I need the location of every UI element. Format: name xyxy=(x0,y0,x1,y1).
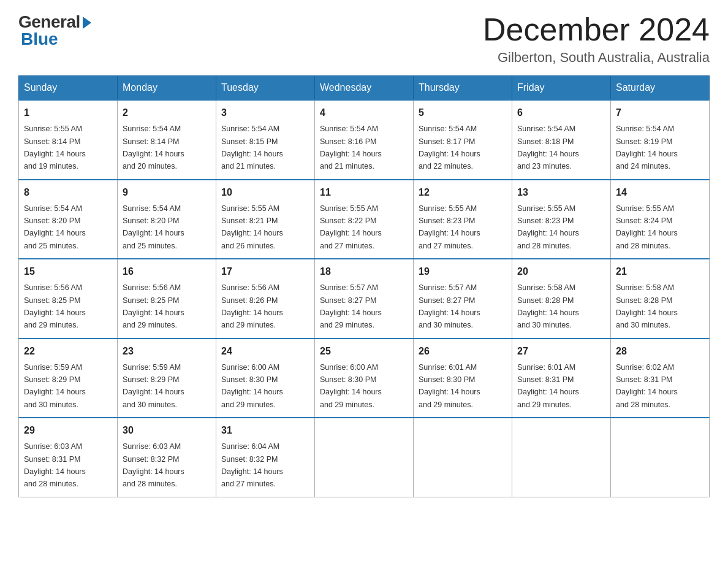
day-number: 13 xyxy=(517,185,605,200)
day-info: Sunrise: 6:01 AMSunset: 8:30 PMDaylight:… xyxy=(419,363,480,409)
calendar-cell: 17 Sunrise: 5:56 AMSunset: 8:26 PMDaylig… xyxy=(216,259,315,339)
day-number: 18 xyxy=(320,264,408,279)
day-number: 8 xyxy=(24,185,112,200)
day-header-tuesday: Tuesday xyxy=(216,76,315,101)
day-number: 20 xyxy=(517,264,605,279)
calendar-cell: 28 Sunrise: 6:02 AMSunset: 8:31 PMDaylig… xyxy=(611,339,710,418)
day-info: Sunrise: 5:54 AMSunset: 8:19 PMDaylight:… xyxy=(616,124,678,170)
day-info: Sunrise: 5:54 AMSunset: 8:14 PMDaylight:… xyxy=(123,124,184,170)
day-info: Sunrise: 5:57 AMSunset: 8:27 PMDaylight:… xyxy=(419,283,480,329)
calendar-cell: 9 Sunrise: 5:54 AMSunset: 8:20 PMDayligh… xyxy=(118,180,216,259)
logo-blue-text: Blue xyxy=(21,29,58,49)
day-info: Sunrise: 5:55 AMSunset: 8:22 PMDaylight:… xyxy=(320,204,382,250)
calendar-cell: 20 Sunrise: 5:58 AMSunset: 8:28 PMDaylig… xyxy=(512,259,611,339)
calendar-cell: 29 Sunrise: 6:03 AMSunset: 8:31 PMDaylig… xyxy=(19,418,118,497)
calendar-week-row: 1 Sunrise: 5:55 AMSunset: 8:14 PMDayligh… xyxy=(19,100,710,180)
calendar-week-row: 15 Sunrise: 5:56 AMSunset: 8:25 PMDaylig… xyxy=(19,259,710,339)
day-info: Sunrise: 5:58 AMSunset: 8:28 PMDaylight:… xyxy=(517,283,579,329)
calendar-cell: 30 Sunrise: 6:03 AMSunset: 8:32 PMDaylig… xyxy=(118,418,216,497)
day-info: Sunrise: 5:56 AMSunset: 8:25 PMDaylight:… xyxy=(123,283,184,329)
day-info: Sunrise: 5:55 AMSunset: 8:21 PMDaylight:… xyxy=(221,204,283,250)
day-number: 9 xyxy=(123,185,211,200)
day-header-friday: Friday xyxy=(512,76,611,101)
day-info: Sunrise: 5:56 AMSunset: 8:26 PMDaylight:… xyxy=(221,283,283,329)
day-info: Sunrise: 5:55 AMSunset: 8:23 PMDaylight:… xyxy=(517,204,579,250)
day-number: 28 xyxy=(616,344,704,359)
day-number: 24 xyxy=(221,344,309,359)
calendar-cell: 21 Sunrise: 5:58 AMSunset: 8:28 PMDaylig… xyxy=(611,259,710,339)
day-number: 4 xyxy=(320,105,408,120)
calendar-cell: 4 Sunrise: 5:54 AMSunset: 8:16 PMDayligh… xyxy=(315,100,414,180)
day-info: Sunrise: 6:00 AMSunset: 8:30 PMDaylight:… xyxy=(320,363,382,409)
calendar-cell: 10 Sunrise: 5:55 AMSunset: 8:21 PMDaylig… xyxy=(216,180,315,259)
day-header-thursday: Thursday xyxy=(414,76,512,101)
calendar-cell: 5 Sunrise: 5:54 AMSunset: 8:17 PMDayligh… xyxy=(414,100,512,180)
calendar-week-row: 22 Sunrise: 5:59 AMSunset: 8:29 PMDaylig… xyxy=(19,339,710,418)
day-number: 26 xyxy=(419,344,507,359)
calendar-cell: 8 Sunrise: 5:54 AMSunset: 8:20 PMDayligh… xyxy=(19,180,118,259)
day-number: 27 xyxy=(517,344,605,359)
day-number: 14 xyxy=(616,185,704,200)
day-info: Sunrise: 5:54 AMSunset: 8:20 PMDaylight:… xyxy=(123,204,184,250)
month-title: December 2024 xyxy=(483,12,710,47)
calendar-cell: 26 Sunrise: 6:01 AMSunset: 8:30 PMDaylig… xyxy=(414,339,512,418)
day-header-monday: Monday xyxy=(118,76,216,101)
day-header-wednesday: Wednesday xyxy=(315,76,414,101)
day-number: 31 xyxy=(221,423,309,438)
day-number: 2 xyxy=(123,105,211,120)
day-info: Sunrise: 6:03 AMSunset: 8:32 PMDaylight:… xyxy=(123,442,184,488)
calendar-cell xyxy=(414,418,512,497)
calendar-cell: 23 Sunrise: 5:59 AMSunset: 8:29 PMDaylig… xyxy=(118,339,216,418)
calendar-cell: 15 Sunrise: 5:56 AMSunset: 8:25 PMDaylig… xyxy=(19,259,118,339)
day-number: 1 xyxy=(24,105,112,120)
day-info: Sunrise: 6:03 AMSunset: 8:31 PMDaylight:… xyxy=(24,442,86,488)
day-number: 11 xyxy=(320,185,408,200)
day-number: 10 xyxy=(221,185,309,200)
logo-triangle-icon xyxy=(83,17,91,29)
day-number: 7 xyxy=(616,105,704,120)
calendar-cell: 7 Sunrise: 5:54 AMSunset: 8:19 PMDayligh… xyxy=(611,100,710,180)
calendar-cell: 1 Sunrise: 5:55 AMSunset: 8:14 PMDayligh… xyxy=(19,100,118,180)
day-info: Sunrise: 5:54 AMSunset: 8:20 PMDaylight:… xyxy=(24,204,86,250)
day-info: Sunrise: 5:54 AMSunset: 8:18 PMDaylight:… xyxy=(517,124,579,170)
day-number: 15 xyxy=(24,264,112,279)
day-info: Sunrise: 5:59 AMSunset: 8:29 PMDaylight:… xyxy=(24,363,86,409)
page-header: General Blue December 2024 Gilberton, So… xyxy=(18,12,710,66)
day-info: Sunrise: 5:56 AMSunset: 8:25 PMDaylight:… xyxy=(24,283,86,329)
day-number: 12 xyxy=(419,185,507,200)
day-number: 25 xyxy=(320,344,408,359)
calendar-cell xyxy=(315,418,414,497)
calendar-cell xyxy=(512,418,611,497)
logo: General Blue xyxy=(18,12,91,49)
day-info: Sunrise: 5:54 AMSunset: 8:16 PMDaylight:… xyxy=(320,124,382,170)
calendar-header-row: SundayMondayTuesdayWednesdayThursdayFrid… xyxy=(19,76,710,101)
calendar-cell: 31 Sunrise: 6:04 AMSunset: 8:32 PMDaylig… xyxy=(216,418,315,497)
calendar-cell: 13 Sunrise: 5:55 AMSunset: 8:23 PMDaylig… xyxy=(512,180,611,259)
day-number: 22 xyxy=(24,344,112,359)
day-info: Sunrise: 5:55 AMSunset: 8:24 PMDaylight:… xyxy=(616,204,678,250)
calendar-week-row: 29 Sunrise: 6:03 AMSunset: 8:31 PMDaylig… xyxy=(19,418,710,497)
day-info: Sunrise: 5:54 AMSunset: 8:17 PMDaylight:… xyxy=(419,124,480,170)
day-number: 21 xyxy=(616,264,704,279)
day-info: Sunrise: 5:54 AMSunset: 8:15 PMDaylight:… xyxy=(221,124,283,170)
day-number: 23 xyxy=(123,344,211,359)
day-info: Sunrise: 5:55 AMSunset: 8:14 PMDaylight:… xyxy=(24,124,86,170)
day-number: 5 xyxy=(419,105,507,120)
day-info: Sunrise: 5:55 AMSunset: 8:23 PMDaylight:… xyxy=(419,204,480,250)
calendar-cell: 3 Sunrise: 5:54 AMSunset: 8:15 PMDayligh… xyxy=(216,100,315,180)
day-info: Sunrise: 5:58 AMSunset: 8:28 PMDaylight:… xyxy=(616,283,678,329)
title-area: December 2024 Gilberton, South Australia… xyxy=(483,12,710,66)
day-header-saturday: Saturday xyxy=(611,76,710,101)
calendar-cell: 24 Sunrise: 6:00 AMSunset: 8:30 PMDaylig… xyxy=(216,339,315,418)
calendar-week-row: 8 Sunrise: 5:54 AMSunset: 8:20 PMDayligh… xyxy=(19,180,710,259)
day-info: Sunrise: 5:59 AMSunset: 8:29 PMDaylight:… xyxy=(123,363,184,409)
day-info: Sunrise: 6:02 AMSunset: 8:31 PMDaylight:… xyxy=(616,363,678,409)
calendar-cell: 6 Sunrise: 5:54 AMSunset: 8:18 PMDayligh… xyxy=(512,100,611,180)
calendar-cell: 2 Sunrise: 5:54 AMSunset: 8:14 PMDayligh… xyxy=(118,100,216,180)
calendar-cell: 11 Sunrise: 5:55 AMSunset: 8:22 PMDaylig… xyxy=(315,180,414,259)
day-info: Sunrise: 6:01 AMSunset: 8:31 PMDaylight:… xyxy=(517,363,579,409)
calendar-cell: 16 Sunrise: 5:56 AMSunset: 8:25 PMDaylig… xyxy=(118,259,216,339)
day-number: 19 xyxy=(419,264,507,279)
calendar-table: SundayMondayTuesdayWednesdayThursdayFrid… xyxy=(18,75,710,497)
calendar-cell: 19 Sunrise: 5:57 AMSunset: 8:27 PMDaylig… xyxy=(414,259,512,339)
